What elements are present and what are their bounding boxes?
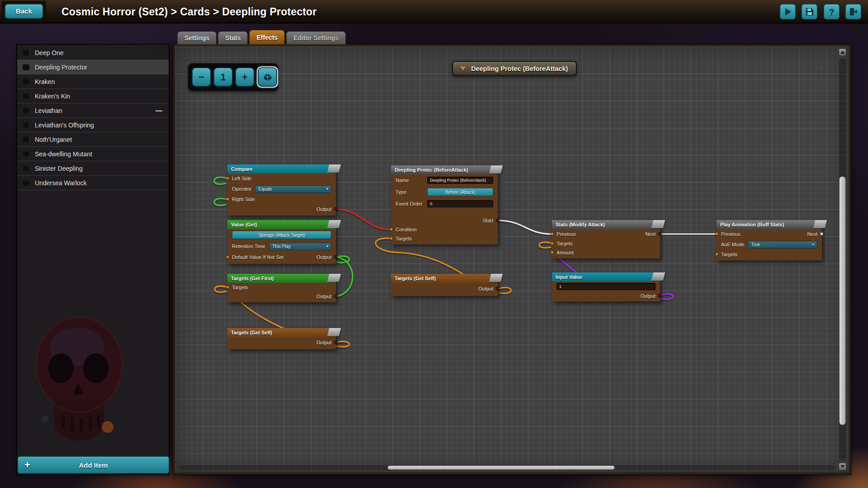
port-targets-input[interactable] <box>551 242 554 245</box>
port-output[interactable] <box>334 295 337 298</box>
node-stats-modify-attack[interactable]: Stats (Modify Attack) Previous Next Targ… <box>552 220 660 258</box>
scroll-up-button[interactable] <box>839 48 846 56</box>
add-item-button[interactable]: + Add Item <box>17 456 170 474</box>
exit-button[interactable] <box>845 4 862 20</box>
port-right-side-input[interactable] <box>226 197 229 201</box>
row-storage: Storage (Attack Target) <box>227 229 336 241</box>
fit-view-button[interactable] <box>258 67 277 87</box>
sidebar-item-nothurganet[interactable]: Noth'Urganet <box>17 132 169 147</box>
node-compare[interactable]: Compare Left Side Operator Equals Right … <box>227 164 336 216</box>
sidebar-item-undersea-warlock[interactable]: Undersea Warlock <box>17 176 169 190</box>
sidebar-item-label: Noth'Urganet <box>35 136 72 143</box>
label-previous: Previous <box>721 231 741 237</box>
label-condition: Condition <box>396 227 416 232</box>
node-title: Targets (Get First) <box>231 276 274 281</box>
arrow-up-icon <box>840 51 845 54</box>
node-value-get[interactable]: Value (Get) Storage (Attack Target) Rete… <box>227 220 336 264</box>
port-start-output[interactable] <box>496 219 499 222</box>
tab-stats[interactable]: Stats <box>218 31 248 44</box>
port-output[interactable] <box>496 287 499 290</box>
port-targets-input[interactable] <box>390 237 393 240</box>
port-output[interactable] <box>334 255 337 258</box>
sidebar-item-leviathan[interactable]: Leviathan — <box>17 103 169 118</box>
play-button[interactable] <box>779 4 796 20</box>
add-item-label: Add Item <box>79 461 108 469</box>
aoe-mode-select[interactable]: True <box>748 241 817 249</box>
arrow-down-icon <box>840 465 845 468</box>
node-event-deepling-protec[interactable]: Deepling Protec (BeforeAttack) Name Deep… <box>391 165 498 244</box>
port-default-value-input[interactable] <box>226 255 229 258</box>
port-targets-input[interactable] <box>715 253 718 256</box>
vertical-scroll-thumb[interactable] <box>839 176 846 425</box>
sidebar-item-sinister-deepling[interactable]: Sinister Deepling <box>17 161 169 176</box>
node-compare-header[interactable]: Compare <box>227 164 336 174</box>
node-targets-get-first-header[interactable]: Targets (Get First) <box>227 274 336 283</box>
type-button[interactable]: Before (Attack) <box>427 188 493 196</box>
port-condition-input[interactable] <box>390 228 393 231</box>
label-default-value: Default Value If Not Set <box>232 254 283 260</box>
label-targets: Targets <box>396 236 412 241</box>
horizontal-scrollbar[interactable] <box>179 465 835 470</box>
port-previous-input[interactable] <box>551 232 554 235</box>
sidebar-item-deepling-protector[interactable]: Deepling Protector <box>17 60 169 75</box>
port-next-output[interactable] <box>820 232 823 235</box>
port-output[interactable] <box>334 207 337 211</box>
storage-button[interactable]: Storage (Attack Target) <box>232 231 331 239</box>
port-previous-input[interactable] <box>715 232 718 235</box>
tab-settings[interactable]: Settings <box>177 31 217 44</box>
sidebar-item-label: Leviathan's Offspring <box>35 122 94 129</box>
back-button[interactable]: Back <box>5 4 43 19</box>
label-name: Name <box>396 178 424 183</box>
sidebar-item-kraken[interactable]: Kraken <box>17 75 169 89</box>
node-play-animation[interactable]: Play Animation (Buff Stats) Previous Nex… <box>717 220 822 260</box>
row-name: Name Deepling Protec (BeforeAttack) <box>391 174 498 186</box>
label-output: Output <box>316 254 331 260</box>
save-button[interactable] <box>801 4 818 20</box>
node-input-value[interactable]: Input Value 1 Output <box>552 272 660 301</box>
port-output[interactable] <box>658 294 661 297</box>
node-targets-get-self-a-header[interactable]: Targets (Get Self) <box>227 328 336 337</box>
port-output[interactable] <box>334 341 337 344</box>
operator-select[interactable]: Equals <box>255 185 331 193</box>
value-input[interactable]: 1 <box>557 283 656 290</box>
effect-selector-dropdown[interactable]: Deepling Protec (BeforeAttack) <box>452 61 577 76</box>
port-next-output[interactable] <box>658 232 661 235</box>
sidebar-item-deep-one[interactable]: Deep One <box>17 46 169 60</box>
type-button-label: Before (Attack) <box>445 190 476 195</box>
node-value-get-header[interactable]: Value (Get) <box>227 220 336 229</box>
leviathan-minus-indicator[interactable]: — <box>156 107 162 114</box>
node-targets-get-self-b[interactable]: Targets (Get Self) Output <box>391 274 498 296</box>
retention-time-select[interactable]: This Play <box>269 243 331 250</box>
zoom-in-button[interactable]: + <box>235 67 255 87</box>
node-stats-header[interactable]: Stats (Modify Attack) <box>552 220 660 229</box>
name-input[interactable]: Deepling Protec (BeforeAttack) <box>427 177 493 184</box>
node-header-fold <box>327 274 341 282</box>
row-retention: Retention Time This Play <box>227 241 336 252</box>
help-button[interactable]: ? <box>823 4 840 20</box>
node-title: Compare <box>231 166 253 172</box>
node-targets-get-first[interactable]: Targets (Get First) Targets Output <box>227 274 336 302</box>
tab-effects[interactable]: Effects <box>249 30 285 44</box>
port-amount-input[interactable] <box>551 251 554 254</box>
node-input-value-header[interactable]: Input Value <box>552 272 660 282</box>
port-targets-input[interactable] <box>226 286 229 289</box>
node-title: Value (Get) <box>231 222 257 227</box>
zoom-out-button[interactable]: − <box>192 67 211 87</box>
sidebar-item-leviathans-offspring[interactable]: Leviathan's Offspring <box>17 118 169 132</box>
port-left-side-input[interactable] <box>226 177 229 180</box>
sidebar-item-sea-dwelling-mutant[interactable]: Sea-dwelling Mutant <box>17 147 169 161</box>
row-output: Output <box>391 283 498 295</box>
sidebar-item-krakens-kin[interactable]: Kraken's Kin <box>17 89 169 103</box>
topbar: Back Cosmic Horror (Set2) > Cards > Deep… <box>0 0 868 23</box>
tab-editor-settings[interactable]: Editor Settings <box>286 31 346 44</box>
event-order-input[interactable]: 0 <box>427 200 493 207</box>
node-play-animation-header[interactable]: Play Animation (Buff Stats) <box>717 220 822 229</box>
zoom-reset-button[interactable]: 1 <box>213 67 233 87</box>
node-targets-get-self-b-header[interactable]: Targets (Get Self) <box>391 274 498 283</box>
scroll-down-button[interactable] <box>839 463 846 470</box>
label-next: Next <box>807 231 817 237</box>
app: { "topbar": { "back_label": "Back", "bre… <box>0 0 868 488</box>
node-targets-get-self-a[interactable]: Targets (Get Self) Output <box>227 328 336 349</box>
node-event-header[interactable]: Deepling Protec (BeforeAttack) <box>391 165 498 174</box>
horizontal-scroll-thumb[interactable] <box>387 465 615 470</box>
